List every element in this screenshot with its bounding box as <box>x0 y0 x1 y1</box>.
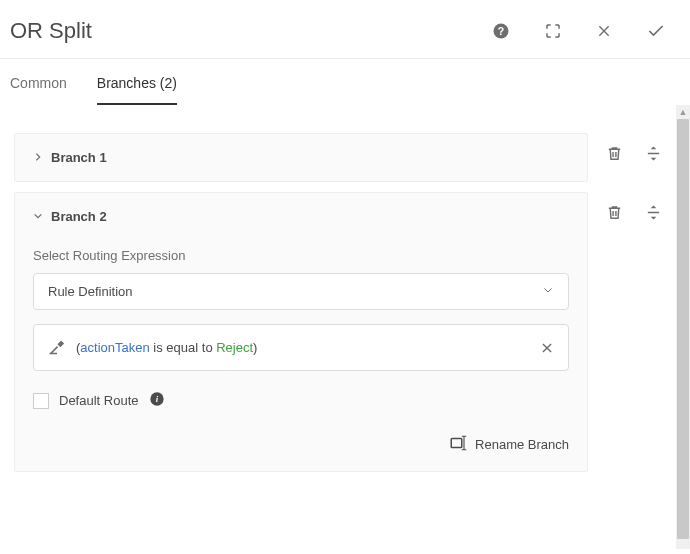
rule-definition-box: (actionTaken is equal to Reject) <box>33 324 569 371</box>
rule-value[interactable]: Reject <box>216 340 253 355</box>
branch-1-actions <box>588 133 676 162</box>
branch-2-row: Branch 2 Select Routing Expression Rule … <box>14 192 676 472</box>
clear-rule-icon[interactable] <box>540 341 554 355</box>
branch-2-toggle[interactable]: Branch 2 <box>33 209 569 224</box>
routing-dropdown[interactable]: Rule Definition <box>33 273 569 310</box>
branch-1-name: Branch 1 <box>51 150 107 165</box>
dropdown-value: Rule Definition <box>48 284 133 299</box>
rule-variable[interactable]: actionTaken <box>80 340 149 355</box>
info-icon[interactable]: i <box>149 391 165 410</box>
page-title: OR Split <box>10 18 92 44</box>
branch-2-actions <box>588 192 676 221</box>
scrollbar-thumb[interactable] <box>677 119 689 539</box>
tab-branches[interactable]: Branches (2) <box>97 75 177 105</box>
branch-1-card: Branch 1 <box>14 133 588 182</box>
delete-icon[interactable] <box>606 204 623 221</box>
chevron-down-icon <box>33 209 43 224</box>
close-icon[interactable] <box>596 23 612 39</box>
svg-text:?: ? <box>498 25 504 37</box>
rename-branch-button[interactable]: Rename Branch <box>33 434 569 455</box>
branch-2-name: Branch 2 <box>51 209 107 224</box>
fullscreen-icon[interactable] <box>544 22 562 40</box>
rule-text: (actionTaken is equal to Reject) <box>76 340 530 355</box>
branch-1-row: Branch 1 <box>14 133 676 182</box>
scroll-up-arrow[interactable]: ▲ <box>676 105 690 119</box>
gavel-icon <box>48 337 66 358</box>
help-icon[interactable]: ? <box>492 22 510 40</box>
default-route-checkbox[interactable] <box>33 393 49 409</box>
content-area: Branch 1 Branch 2 <box>0 105 690 549</box>
branch-2-body: Select Routing Expression Rule Definitio… <box>33 248 569 455</box>
rule-mid: is equal to <box>150 340 217 355</box>
scrollbar[interactable]: ▲ <box>676 105 690 549</box>
default-route-row: Default Route i <box>33 391 569 410</box>
rename-label: Rename Branch <box>475 437 569 452</box>
chevron-down-icon <box>542 284 554 299</box>
tab-common[interactable]: Common <box>10 75 67 105</box>
header-actions: ? <box>492 21 666 41</box>
delete-icon[interactable] <box>606 145 623 162</box>
reorder-icon[interactable] <box>645 204 662 221</box>
reorder-icon[interactable] <box>645 145 662 162</box>
routing-label: Select Routing Expression <box>33 248 569 263</box>
rule-close: ) <box>253 340 257 355</box>
confirm-icon[interactable] <box>646 21 666 41</box>
branch-1-toggle[interactable]: Branch 1 <box>33 150 569 165</box>
chevron-right-icon <box>33 150 43 165</box>
rename-icon <box>449 434 467 455</box>
svg-rect-4 <box>451 439 462 448</box>
default-route-label: Default Route <box>59 393 139 408</box>
tabs: Common Branches (2) <box>0 59 690 105</box>
branch-2-card: Branch 2 Select Routing Expression Rule … <box>14 192 588 472</box>
